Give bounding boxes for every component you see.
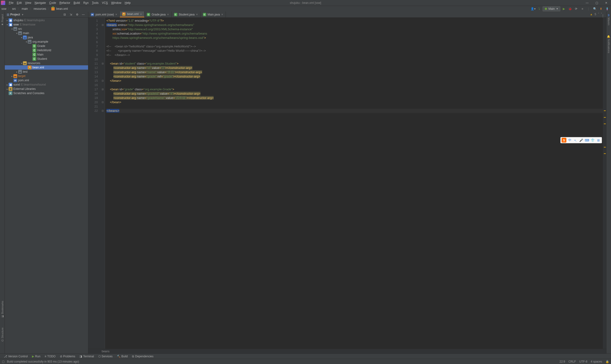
tree-package[interactable]: ▾▬org.example	[5, 39, 88, 44]
editor-breadcrumb[interactable]: beans	[88, 349, 606, 353]
menu-edit[interactable]: Edit	[15, 1, 23, 4]
menu-window[interactable]: Window	[110, 1, 123, 4]
editor-tab-grade[interactable]: CGrade.java×	[144, 12, 171, 17]
tree-module-ssw[interactable]: ▾▦sswE:\learn\ssw	[5, 22, 88, 27]
breadcrumb[interactable]: ssw	[1, 7, 7, 11]
editor-tab-main[interactable]: CMain.java×	[200, 12, 226, 17]
next-highlight-icon[interactable]: ˇ	[601, 13, 602, 16]
settings-gear-icon[interactable]: ⚙	[74, 12, 80, 17]
search-icon[interactable]: 🔍	[592, 6, 598, 12]
prev-highlight-icon[interactable]: ˆ	[598, 13, 599, 16]
menu-help[interactable]: Help	[123, 1, 132, 4]
ime-keyboard-icon[interactable]: ⌨	[584, 138, 589, 143]
run-button[interactable]: ▶	[561, 6, 567, 12]
menu-vcs[interactable]: VCS	[100, 1, 110, 4]
select-opened-file-icon[interactable]: ⊟	[62, 12, 68, 17]
tree-class-grade[interactable]: CGrade	[5, 44, 88, 48]
close-icon[interactable]: ✕	[601, 1, 611, 4]
code-editor[interactable]: 12345678910111213141516171819202122 ⊟⊟⊡⊟…	[88, 18, 606, 349]
breadcrumb[interactable]: src	[12, 7, 16, 11]
line-separator[interactable]: CRLF	[569, 360, 576, 363]
menu-code[interactable]: Code	[47, 1, 58, 4]
tool-todo[interactable]: ≡TODO	[43, 355, 57, 358]
coverage-button[interactable]: ⟳	[573, 6, 579, 12]
menu-navigate[interactable]: Navigate	[33, 1, 47, 4]
tree-file-bean-xml[interactable]: 🍃bean.xml	[5, 65, 88, 70]
tree-folder-src[interactable]: ▾▬src	[5, 27, 88, 31]
menu-build[interactable]: Build	[72, 1, 82, 4]
tool-build[interactable]: 🔨Build	[115, 355, 130, 358]
error-stripe[interactable]	[603, 18, 606, 349]
menu-file[interactable]: File	[7, 1, 15, 4]
tree-file-pom[interactable]: mpom.xml	[5, 78, 88, 82]
maximize-icon[interactable]: ▢	[592, 1, 601, 4]
tree-module-sunxl[interactable]: ▸▦sunxlE:\learn\sunxl\sunxl	[5, 82, 88, 87]
ide-update-icon[interactable]: ⬆	[598, 6, 604, 12]
close-tab-icon[interactable]: ×	[140, 13, 142, 16]
tree-folder-resources[interactable]: ▾▬resources	[5, 61, 88, 65]
ime-toolbox-icon[interactable]: ⊞	[596, 138, 601, 143]
tool-services[interactable]: ⬡Services	[97, 355, 114, 358]
add-configuration-icon[interactable]: 👤▾	[530, 6, 536, 12]
ime-punct-icon[interactable]: •,	[573, 138, 578, 143]
breadcrumb[interactable]: main	[21, 7, 28, 11]
inspections-widget[interactable]: ▲5 ˆ ˇ	[590, 13, 602, 16]
tool-window-quick-access-icon[interactable]: ▢	[2, 360, 4, 363]
close-tab-icon[interactable]: ×	[115, 13, 117, 16]
ime-voice-icon[interactable]: 🎤	[579, 138, 583, 143]
caret-position[interactable]: 22:9	[559, 360, 565, 363]
tool-structure-tab[interactable]: ⌬Structure	[1, 327, 4, 342]
close-tab-icon[interactable]: ×	[196, 13, 198, 16]
tree-folder-test[interactable]: ▸▬test	[5, 70, 88, 74]
ime-lang-icon[interactable]: 中	[567, 138, 572, 143]
tool-notifications-tab[interactable]: 🔔Notifications	[607, 35, 610, 53]
ime-logo-icon[interactable]: S	[562, 138, 566, 143]
ide-settings-icon[interactable]	[604, 6, 610, 12]
tool-project-tab[interactable]: ■Project	[1, 14, 4, 26]
line-number-gutter[interactable]: 12345678910111213141516171819202122	[88, 18, 100, 349]
ime-toolbar[interactable]: S 中 •, 🎤 ⌨ 👕 ⊞	[560, 137, 602, 143]
debug-button[interactable]: 🐞	[567, 6, 573, 12]
tool-version-control[interactable]: ⎇Version Control	[2, 355, 30, 358]
tree-folder-target[interactable]: ▸▬target	[5, 74, 88, 78]
tool-problems[interactable]: ⊘Problems	[58, 355, 77, 358]
tree-folder-main[interactable]: ▾▬main	[5, 31, 88, 35]
breadcrumb[interactable]: resources	[33, 7, 47, 11]
minimize-icon[interactable]: —	[582, 1, 592, 4]
tool-bookmarks-tab[interactable]: ◧Bookmarks	[1, 301, 4, 318]
editor-tab-bean[interactable]: 🍃bean.xml×	[120, 12, 144, 17]
menu-refactor[interactable]: Refactor	[58, 1, 72, 4]
project-panel-title[interactable]: Project	[10, 13, 20, 16]
project-tree[interactable]: ▸▦shujukuE:\learn\shujuku ▾▦sswE:\learn\…	[5, 18, 88, 353]
tree-class-helloworld[interactable]: CHelloWorld	[5, 48, 88, 52]
file-encoding[interactable]: UTF-8	[579, 360, 587, 363]
close-tab-icon[interactable]: ×	[167, 13, 169, 16]
menu-tools[interactable]: Tools	[90, 1, 100, 4]
editor-tab-pom[interactable]: mpom.xml (ssw)×	[88, 12, 120, 17]
menu-view[interactable]: View	[23, 1, 33, 4]
ime-skin-icon[interactable]: 👕	[590, 138, 595, 143]
indent-info[interactable]: 4 spaces	[591, 360, 602, 363]
run-config-selector[interactable]: ⬢ Main ▼	[542, 6, 560, 12]
hide-icon[interactable]: —	[81, 12, 86, 17]
tree-scratches[interactable]: ⌗Scratches and Consoles	[5, 91, 88, 95]
close-tab-icon[interactable]: ×	[221, 13, 223, 16]
tree-class-student[interactable]: CStudent	[5, 57, 88, 61]
breadcrumb[interactable]: bean.xml	[56, 7, 68, 11]
expand-all-icon[interactable]: ⇲	[68, 12, 74, 17]
tree-external-libraries[interactable]: ▸⊞External Libraries	[5, 87, 88, 91]
tool-run[interactable]: ▶Run	[30, 355, 42, 358]
chevron-down-icon[interactable]: ▼	[21, 13, 24, 16]
tool-dependencies[interactable]: ⧉Dependencies	[130, 355, 155, 358]
editor-tab-student[interactable]: CStudent.java×	[172, 12, 200, 17]
tree-module-shujuku[interactable]: ▸▦shujukuE:\learn\shujuku	[5, 18, 88, 22]
menu-run[interactable]: Run	[82, 1, 90, 4]
read-only-lock-icon[interactable]: 🔒	[606, 360, 609, 363]
tool-maven-tab[interactable]: mMaven	[607, 14, 610, 25]
tool-terminal[interactable]: ◨Terminal	[78, 355, 96, 358]
stop-button[interactable]: ■	[580, 6, 585, 12]
build-icon[interactable]: ⤵	[536, 6, 542, 12]
tree-folder-java[interactable]: ▾▬java	[5, 35, 88, 39]
fold-gutter[interactable]: ⊟⊟⊡⊟⊡⊡	[100, 18, 105, 349]
tree-class-main[interactable]: CMain	[5, 52, 88, 57]
